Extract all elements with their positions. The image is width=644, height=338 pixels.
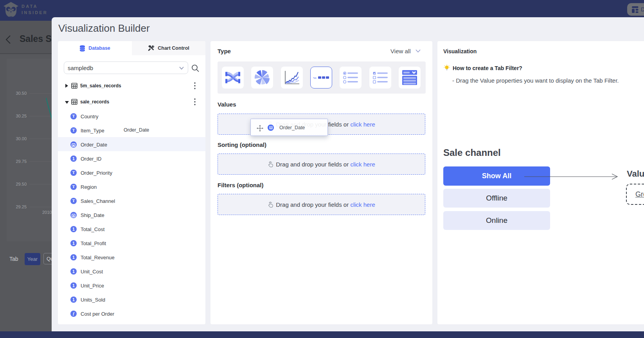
svg-text:Tab: Tab — [313, 77, 317, 79]
